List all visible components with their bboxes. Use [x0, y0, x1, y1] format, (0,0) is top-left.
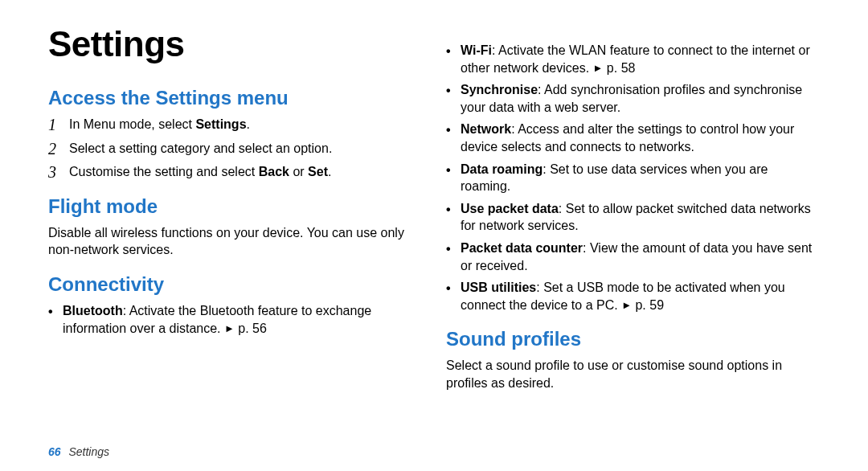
bullet-icon: •: [446, 81, 454, 100]
list-item: 1 In Menu mode, select Settings.: [48, 116, 422, 133]
sound-profiles-body: Select a sound profile to use or customi…: [446, 357, 820, 391]
connectivity-list-right: • Wi-Fi: Activate the WLAN feature to co…: [446, 42, 820, 313]
step-text: Select a setting category and select an …: [69, 140, 422, 158]
list-item: 3 Customise the setting and select Back …: [48, 163, 422, 181]
list-item: • Network: Access and alter the settings…: [446, 121, 820, 155]
page-title: Settings: [48, 24, 422, 64]
bullet-text: Bluetooth: Activate the Bluetooth featur…: [63, 302, 422, 337]
page-content: Settings Access the Settings menu 1 In M…: [0, 0, 868, 403]
step-text: Customise the setting and select Back or…: [69, 163, 422, 181]
bullet-icon: •: [446, 200, 454, 219]
bullet-text: Synchronise: Add synchronisation profile…: [461, 81, 820, 116]
heading-sound-profiles: Sound profiles: [446, 328, 820, 350]
list-item: • Use packet data: Set to allow packet s…: [446, 200, 820, 235]
list-item: • Bluetooth: Activate the Bluetooth feat…: [48, 302, 422, 337]
step-number: 3: [48, 163, 61, 180]
list-item: • Synchronise: Add synchronisation profi…: [446, 81, 820, 116]
bullet-text: Network: Access and alter the settings t…: [461, 121, 820, 155]
page-footer: 66 Settings: [48, 445, 109, 458]
flight-mode-body: Disable all wireless functions on your d…: [48, 224, 422, 259]
bullet-text: Wi-Fi: Activate the WLAN feature to conn…: [461, 42, 820, 76]
step-number: 2: [48, 140, 61, 157]
step-number: 1: [48, 116, 61, 133]
arrow-icon: ►: [621, 299, 632, 311]
footer-label: Settings: [68, 445, 109, 458]
list-item: • Data roaming: Set to use data services…: [446, 161, 820, 195]
list-item: 2 Select a setting category and select a…: [48, 140, 422, 158]
left-column: Settings Access the Settings menu 1 In M…: [48, 24, 422, 395]
access-steps-list: 1 In Menu mode, select Settings. 2 Selec…: [48, 116, 422, 181]
bullet-icon: •: [446, 121, 454, 139]
connectivity-list-left: • Bluetooth: Activate the Bluetooth feat…: [48, 302, 422, 337]
bullet-text: USB utilities: Set a USB mode to be acti…: [461, 279, 820, 313]
bullet-icon: •: [446, 42, 454, 60]
bullet-icon: •: [48, 302, 56, 321]
page-number: 66: [48, 445, 61, 458]
list-item: • Packet data counter: View the amount o…: [446, 240, 820, 274]
bullet-icon: •: [446, 161, 454, 179]
bullet-icon: •: [446, 240, 454, 258]
bullet-icon: •: [446, 279, 454, 297]
bullet-text: Data roaming: Set to use data services w…: [461, 161, 820, 195]
step-text: In Menu mode, select Settings.: [69, 116, 422, 133]
bullet-text: Use packet data: Set to allow packet swi…: [461, 200, 820, 235]
heading-connectivity: Connectivity: [48, 273, 422, 296]
heading-flight-mode: Flight mode: [48, 195, 422, 218]
bullet-text: Packet data counter: View the amount of …: [461, 240, 820, 274]
right-column: • Wi-Fi: Activate the WLAN feature to co…: [446, 24, 820, 395]
arrow-icon: ►: [224, 322, 235, 334]
arrow-icon: ►: [593, 62, 604, 74]
list-item: • Wi-Fi: Activate the WLAN feature to co…: [446, 42, 820, 76]
list-item: • USB utilities: Set a USB mode to be ac…: [446, 279, 820, 313]
heading-access-settings: Access the Settings menu: [48, 87, 422, 109]
